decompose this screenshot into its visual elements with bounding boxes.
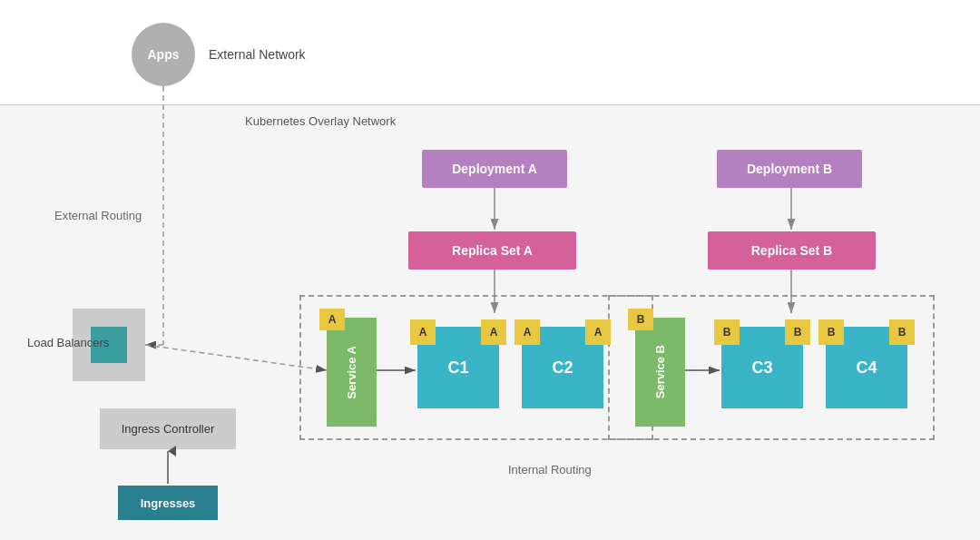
pod-c4-tag-right: B xyxy=(889,319,915,345)
pod-c3-tag-right: B xyxy=(785,319,810,345)
deployment-a: Deployment A xyxy=(422,150,567,188)
k8s-overlay-label: Kubernetes Overlay Network xyxy=(245,114,396,128)
service-b: B Service B xyxy=(635,318,685,427)
service-b-tag: B xyxy=(628,309,653,330)
apps-label: Apps xyxy=(148,47,180,62)
pod-c1: C1 A A xyxy=(417,327,499,408)
ingress-controller-label: Ingress Controller xyxy=(122,422,215,436)
external-section: Apps External Network xyxy=(0,0,980,104)
apps-circle: Apps xyxy=(132,23,195,86)
internal-routing-label: Internal Routing xyxy=(508,463,592,476)
replica-set-b-label: Replica Set B xyxy=(751,243,832,258)
deployment-a-label: Deployment A xyxy=(452,162,537,176)
pod-c1-tag-right: A xyxy=(481,319,506,345)
pod-c4-tag-left: B xyxy=(818,319,844,345)
replica-set-a: Replica Set A xyxy=(408,231,576,270)
service-b-label: Service B xyxy=(653,345,667,398)
replica-set-a-label: Replica Set A xyxy=(452,243,533,258)
external-network-label: External Network xyxy=(209,47,306,62)
ingress-controller-box: Ingress Controller xyxy=(100,408,236,449)
replica-set-b: Replica Set B xyxy=(708,231,876,270)
pod-c2-tag-right: A xyxy=(585,319,611,345)
pod-c1-tag-left: A xyxy=(410,319,436,345)
pod-c2: C2 A A xyxy=(522,327,603,408)
pod-c3-tag-left: B xyxy=(714,319,740,345)
ingresses-box: Ingresses xyxy=(118,486,218,520)
pod-c2-tag-left: A xyxy=(514,319,540,345)
service-a: A Service A xyxy=(327,318,377,427)
pod-c3: C3 B B xyxy=(721,327,803,408)
external-routing-label: External Routing xyxy=(54,209,142,222)
deployment-b: Deployment B xyxy=(717,150,862,188)
service-a-label: Service A xyxy=(345,346,358,399)
ingresses-label: Ingresses xyxy=(141,496,196,510)
service-a-tag: A xyxy=(319,309,345,330)
load-balancer-label: Load Balancers xyxy=(27,336,109,349)
pod-c4: C4 B B xyxy=(826,327,907,408)
deployment-b-label: Deployment B xyxy=(747,162,832,176)
